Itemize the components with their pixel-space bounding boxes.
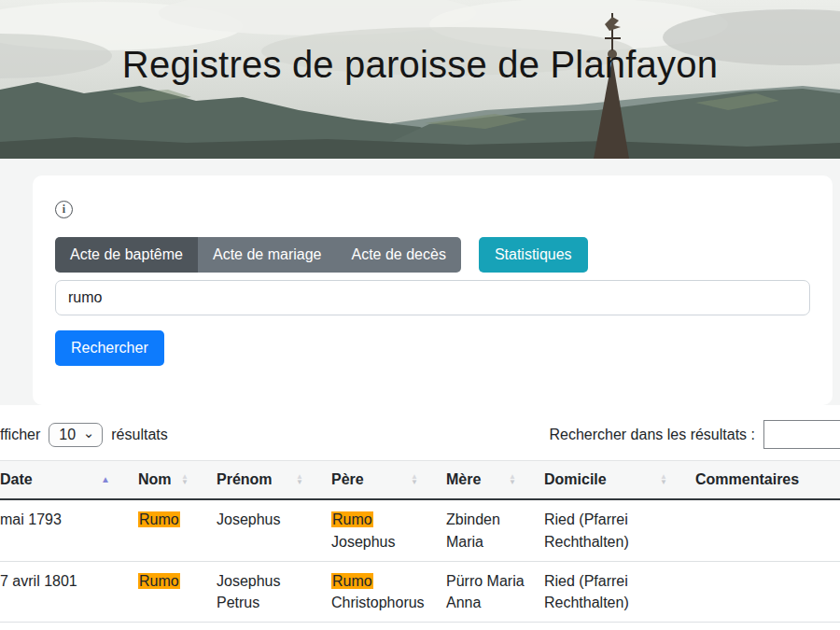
cell-nom: Rumo [138,561,217,622]
cell-pere-rest: Christophorus [331,595,425,610]
column-label: Domicile [544,471,607,488]
page-length-label-after: résultats [111,427,167,443]
sort-both-icon: ▲▼ [660,474,667,486]
cell-nom: Rumo [138,499,217,561]
results-filter-control: Rechercher dans les résultats : [549,420,840,449]
search-button[interactable]: Rechercher [55,330,164,367]
column-header-commentaires[interactable]: Commentaires [695,461,840,500]
column-header-prenom[interactable]: Prénom ▲▼ [217,461,331,500]
search-input[interactable] [55,280,810,315]
statistics-button[interactable]: Statistiques [479,237,588,273]
cell-prenom: Josephus Petrus [217,561,331,622]
column-label: Père [331,471,364,488]
results-section: fficher 10 ⌄ résultats Rechercher dans l… [0,418,840,623]
record-type-button-group: Acte de baptême Acte de mariage Acte de … [55,237,461,273]
sort-both-icon: ▲▼ [181,474,189,486]
tab-acte-de-mariage[interactable]: Acte de mariage [198,237,337,273]
results-controls: fficher 10 ⌄ résultats Rechercher dans l… [0,418,840,460]
page-length-label-before: fficher [0,427,40,443]
tab-acte-de-deces[interactable]: Acte de decès [336,237,460,273]
column-header-domicile[interactable]: Domicile ▲▼ [544,461,695,500]
column-header-mere[interactable]: Mère ▲▼ [446,461,544,500]
cell-pere-rest: Josephus [331,534,396,550]
hero-header: Registres de paroisse de Planfayon [0,0,840,159]
sort-both-icon: ▲▼ [411,474,418,486]
results-filter-label: Rechercher dans les résultats : [549,427,755,443]
cell-date: mai 1793 [0,499,138,561]
column-header-date[interactable]: Date ▲ [0,461,138,500]
column-label: Nom [138,471,172,488]
sort-ascending-icon: ▲ [101,475,110,484]
cell-domicile: Ried (Pfarrei Rechthalten) [544,499,695,561]
column-label: Date [0,471,33,488]
highlighted-match: Rumo [331,511,373,527]
column-label: Commentaires [695,471,799,488]
tab-acte-de-bapteme[interactable]: Acte de baptême [55,237,198,273]
search-card: i Acte de baptême Acte de mariage Acte d… [33,175,833,405]
cell-commentaires [695,561,840,622]
page-length-control: fficher 10 ⌄ résultats [0,423,168,447]
cell-pere: Rumo Christophorus [331,561,446,622]
table-header-row: Date ▲ Nom ▲▼ Prénom ▲▼ [0,461,840,500]
cell-domicile: Ried (Pfarrei Rechthalten) [544,561,695,622]
record-type-tabs: Acte de baptême Acte de mariage Acte de … [55,237,810,273]
cell-mere: Pürro Maria Anna [446,561,544,622]
column-label: Prénom [217,471,273,488]
sort-both-icon: ▲▼ [296,474,303,486]
search-panel-band: i Acte de baptême Acte de mariage Acte d… [0,159,840,405]
sort-both-icon: ▲▼ [509,474,516,486]
cell-prenom: Josephus [217,499,331,561]
results-table: Date ▲ Nom ▲▼ Prénom ▲▼ [0,460,840,623]
page-title: Registres de paroisse de Planfayon [0,0,840,86]
table-row: 7 avril 1801 Rumo Josephus Petrus Rumo C… [0,561,840,622]
results-filter-input[interactable] [763,420,840,449]
column-header-pere[interactable]: Père ▲▼ [331,461,446,500]
cell-date: 7 avril 1801 [0,561,138,622]
cell-commentaires [695,499,840,561]
cell-mere: Zbinden Maria [446,499,544,561]
page-length-select[interactable]: 10 [49,423,103,447]
column-label: Mère [446,471,481,488]
info-icon[interactable]: i [55,201,73,218]
column-header-nom[interactable]: Nom ▲▼ [138,461,217,500]
cell-pere: Rumo Josephus [331,499,446,561]
table-row: mai 1793 Rumo Josephus Rumo Josephus Zbi… [0,499,840,561]
highlighted-match: Rumo [138,511,180,527]
highlighted-match: Rumo [331,573,373,589]
highlighted-match: Rumo [138,573,180,589]
